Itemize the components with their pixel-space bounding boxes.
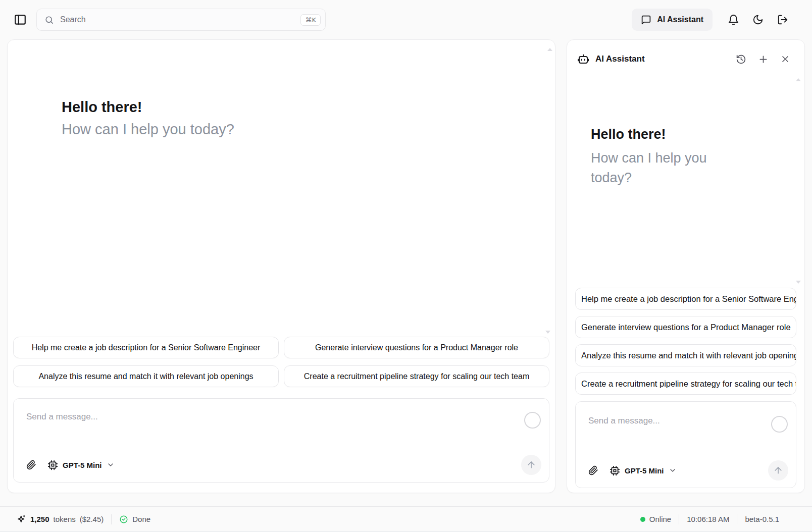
topbar: ⌘K AI Assistant [0, 0, 812, 39]
search-input[interactable] [59, 15, 295, 25]
status-divider [679, 514, 679, 524]
scroll-down-indicator [796, 281, 801, 284]
job-status: Done [119, 515, 150, 524]
status-divider [737, 514, 737, 524]
send-message-button[interactable] [768, 460, 788, 481]
paperclip-icon [26, 460, 36, 470]
search-bar: ⌘K [36, 9, 326, 31]
ai-assistant-panel-header: AI Assistant [567, 40, 804, 72]
chat-message-area: Hello there! How can I help you today? [8, 40, 555, 337]
greeting-subtitle: How can I help you today? [591, 148, 732, 188]
plus-icon [758, 54, 769, 65]
greeting-title: Hello there! [62, 99, 555, 116]
panel-suggestion-list: Help me create a job description for a S… [567, 288, 804, 395]
composer-input-row [14, 399, 549, 455]
search-shortcut-badge: ⌘K [300, 14, 321, 26]
clock-time: 10:06:18 AM [687, 515, 729, 523]
moon-icon [752, 14, 764, 25]
suggestion-recruitment-pipeline[interactable]: Create a recruitment pipeline strategy f… [284, 365, 549, 387]
composer-toolbar: GPT-5 Mini [14, 455, 549, 482]
status-bar: 1,250 tokens ($2.45) Done Online 10:06:1… [0, 506, 812, 532]
status-divider [111, 514, 112, 524]
dark-mode-button[interactable] [748, 10, 768, 30]
chevron-down-icon [107, 461, 115, 469]
greeting-title: Hello there! [591, 127, 784, 142]
connection-status: Online [640, 515, 671, 523]
version-label: beta-0.5.1 [745, 515, 779, 523]
model-selector-label: GPT-5 Mini [63, 461, 102, 469]
suggestion-interview-questions[interactable]: Generate interview questions for a Produ… [284, 337, 549, 358]
bell-icon [728, 14, 739, 26]
message-input[interactable] [588, 416, 765, 446]
arrow-up-icon [526, 460, 536, 470]
ai-assistant-toggle-button[interactable]: AI Assistant [632, 9, 713, 31]
logout-button[interactable] [773, 10, 793, 30]
chat-bubble-icon [641, 15, 651, 25]
panel-message-composer: GPT-5 Mini [575, 401, 796, 488]
panel-header-actions [732, 50, 794, 68]
greeting-subtitle: How can I help you today? [62, 121, 555, 138]
online-dot-icon [640, 517, 645, 522]
suggestion-grid: Help me create a job description for a S… [8, 337, 555, 387]
robot-icon [577, 53, 589, 65]
suggestion-analyze-resume[interactable]: Analyze this resume and match it with re… [13, 365, 279, 387]
attach-file-button[interactable] [26, 460, 36, 470]
check-circle-icon [119, 515, 128, 524]
composer-toolbar: GPT-5 Mini [576, 460, 796, 488]
new-chat-button[interactable] [754, 50, 772, 68]
voice-record-button[interactable] [771, 416, 788, 433]
attach-file-button[interactable] [588, 465, 598, 475]
message-composer: GPT-5 Mini [13, 398, 549, 483]
suggestion-interview-questions[interactable]: Generate interview questions for a Produ… [575, 316, 796, 338]
suggestion-analyze-resume[interactable]: Analyze this resume and match it with re… [575, 344, 796, 366]
cpu-chip-icon [610, 465, 620, 476]
scroll-down-indicator [545, 331, 550, 334]
main-chat-panel: Hello there! How can I help you today? H… [7, 39, 555, 493]
content-area: Hello there! How can I help you today? H… [0, 39, 812, 506]
search-icon [44, 15, 54, 25]
scroll-up-indicator [796, 78, 801, 81]
panel-left-icon [14, 13, 27, 26]
ai-assistant-panel: AI Assistant [567, 39, 805, 493]
message-input[interactable] [26, 412, 518, 442]
scroll-up-indicator [547, 48, 552, 51]
composer-input-row [576, 402, 796, 460]
suggestion-job-description[interactable]: Help me create a job description for a S… [13, 337, 279, 358]
close-icon [780, 54, 790, 64]
paperclip-icon [588, 465, 598, 475]
sidebar-toggle-button[interactable] [10, 10, 30, 30]
topbar-actions: AI Assistant [632, 9, 793, 31]
logout-icon [777, 14, 788, 25]
model-selector[interactable]: GPT-5 Mini [610, 465, 677, 476]
chat-history-button[interactable] [732, 50, 750, 68]
connection-label: Online [649, 515, 671, 523]
notifications-button[interactable] [723, 10, 743, 30]
model-selector-label: GPT-5 Mini [625, 466, 664, 475]
close-panel-button[interactable] [776, 50, 794, 68]
cpu-chip-icon [47, 460, 58, 470]
ai-assistant-toggle-label: AI Assistant [657, 15, 703, 24]
token-usage: 1,250 tokens ($2.45) [17, 514, 104, 524]
job-status-label: Done [132, 515, 150, 523]
suggestion-job-description[interactable]: Help me create a job description for a S… [575, 288, 796, 310]
token-count: 1,250 [30, 515, 49, 523]
arrow-up-icon [773, 465, 783, 475]
voice-record-button[interactable] [524, 412, 541, 429]
history-icon [736, 54, 746, 65]
ai-assistant-panel-title: AI Assistant [595, 54, 645, 64]
app-window: ⌘K AI Assistant [0, 0, 812, 532]
sparkles-icon [17, 514, 26, 524]
status-bar-right: Online 10:06:18 AM beta-0.5.1 [640, 514, 779, 524]
token-unit-label: tokens [54, 515, 76, 523]
token-cost: ($2.45) [80, 515, 104, 523]
panel-message-area: Hello there! How can I help you today? [567, 72, 804, 288]
suggestion-recruitment-pipeline[interactable]: Create a recruitment pipeline strategy f… [575, 373, 796, 395]
model-selector[interactable]: GPT-5 Mini [47, 460, 115, 470]
chat-greeting: Hello there! How can I help you today? [8, 40, 555, 138]
chevron-down-icon [669, 466, 677, 474]
send-message-button[interactable] [521, 455, 541, 475]
